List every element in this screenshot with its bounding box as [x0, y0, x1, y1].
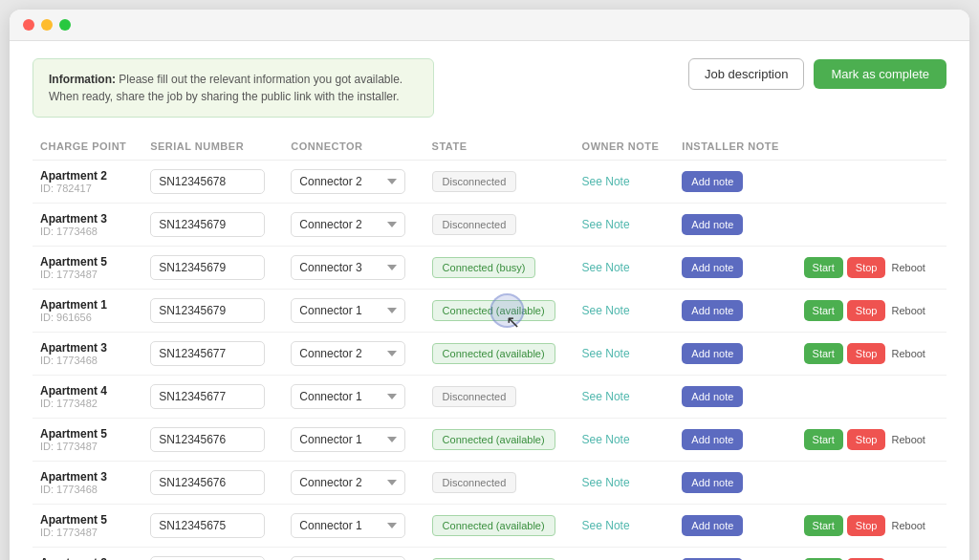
connector-select[interactable]: Connector 2 Connector 1 Connector 2 Conn… [291, 169, 405, 194]
state-badge: Disconnected [432, 171, 517, 192]
charge-point-name: Apartment 3 [40, 212, 135, 226]
start-button[interactable]: Start [804, 257, 843, 278]
charge-point-name: Apartment 1 [40, 298, 135, 312]
stop-button[interactable]: Stop [847, 429, 886, 450]
charge-point-id: ID: 1773468 [40, 484, 135, 495]
charge-point-cell: Apartment 3 ID: 1773468 [33, 462, 142, 505]
state-badge: Connected (available) [432, 429, 555, 450]
add-note-button[interactable]: Add note [682, 386, 743, 407]
add-note-button[interactable]: Add note [682, 472, 743, 493]
add-note-button[interactable]: Add note [682, 257, 743, 278]
installer-note-cell: Add note [674, 290, 795, 333]
serial-number-input[interactable] [150, 212, 265, 237]
state-cell: Disconnected [424, 204, 575, 247]
charge-point-id: ID: 1773482 [40, 398, 135, 409]
installer-note-cell: Add note [674, 161, 795, 204]
serial-number-input[interactable] [150, 556, 265, 560]
installer-note-cell: Add note [674, 462, 795, 505]
state-cell: Connected (available) [424, 505, 575, 548]
actions-cell: Start Stop Reboot [796, 419, 946, 462]
state-cell: Connected (available) [424, 548, 575, 561]
add-note-button[interactable]: Add note [682, 171, 743, 192]
stop-button[interactable]: Stop [847, 257, 886, 278]
actions-cell [796, 161, 946, 204]
main-content: Information: Please fill out the relevan… [10, 41, 969, 560]
reboot-button[interactable]: Reboot [889, 429, 926, 450]
serial-number-cell [142, 376, 283, 419]
reboot-button[interactable]: Reboot [889, 515, 926, 536]
serial-number-input[interactable] [150, 255, 265, 280]
reboot-button[interactable]: Reboot [889, 343, 926, 364]
stop-button[interactable]: Stop [847, 515, 886, 536]
start-button[interactable]: Start [804, 515, 843, 536]
installer-note-cell: Add note [674, 376, 795, 419]
state-badge: Disconnected [432, 386, 517, 407]
installer-note-cell: Add note [674, 548, 795, 561]
connector-select[interactable]: Connector 1 Connector 1 Connector 2 Conn… [291, 556, 405, 560]
owner-note-cell: See Note [575, 161, 675, 204]
start-button[interactable]: Start [804, 300, 843, 321]
serial-number-input[interactable] [150, 384, 265, 409]
start-button[interactable]: Start [804, 429, 843, 450]
connector-cell: Connector 1 Connector 1 Connector 2 Conn… [283, 290, 424, 333]
connector-select[interactable]: Connector 3 Connector 1 Connector 2 Conn… [291, 255, 405, 280]
actions-cell: Start Stop Reboot [796, 290, 946, 333]
connector-select[interactable]: Connector 1 Connector 1 Connector 2 Conn… [291, 384, 405, 409]
connector-select[interactable]: Connector 2 Connector 1 Connector 2 Conn… [291, 341, 405, 366]
maximize-dot[interactable] [59, 19, 71, 31]
see-note-link[interactable]: See Note [582, 519, 630, 532]
add-note-button[interactable]: Add note [682, 343, 743, 364]
see-note-link[interactable]: See Note [582, 390, 630, 403]
connector-select[interactable]: Connector 1 Connector 1 Connector 2 Conn… [291, 427, 405, 452]
charge-point-cell: Apartment 5 ID: 1773487 [33, 505, 142, 548]
serial-number-cell [142, 204, 283, 247]
connector-select[interactable]: Connector 2 Connector 1 Connector 2 Conn… [291, 470, 405, 495]
serial-number-input[interactable] [150, 169, 265, 194]
mark-complete-button[interactable]: Mark as complete [814, 59, 946, 89]
stop-button[interactable]: Stop [847, 343, 886, 364]
serial-number-cell [142, 548, 283, 561]
col-connector: Connector [283, 135, 424, 161]
connector-select[interactable]: Connector 2 Connector 1 Connector 2 Conn… [291, 212, 405, 237]
add-note-button[interactable]: Add note [682, 300, 743, 321]
table-row: Apartment 5 ID: 1773487 Connector 3 Conn… [33, 247, 946, 290]
serial-number-input[interactable] [150, 513, 265, 538]
connector-select[interactable]: Connector 1 Connector 1 Connector 2 Conn… [291, 298, 405, 323]
charge-point-name: Apartment 2 [40, 556, 135, 560]
stop-button[interactable]: Stop [847, 300, 886, 321]
reboot-button[interactable]: Reboot [889, 300, 926, 321]
serial-number-input[interactable] [150, 341, 265, 366]
see-note-link[interactable]: See Note [582, 347, 630, 360]
serial-number-cell [142, 462, 283, 505]
serial-number-input[interactable] [150, 470, 265, 495]
table-row: Apartment 4 ID: 1773482 Connector 1 Conn… [33, 376, 946, 419]
add-note-button[interactable]: Add note [682, 429, 743, 450]
see-note-link[interactable]: See Note [582, 175, 630, 188]
charge-point-cell: Apartment 4 ID: 1773482 [33, 376, 142, 419]
see-note-link[interactable]: See Note [582, 476, 630, 489]
see-note-link[interactable]: See Note [582, 261, 630, 274]
actions-cell: Start Stop Reboot [796, 548, 946, 561]
job-description-button[interactable]: Job description [688, 58, 804, 90]
start-button[interactable]: Start [804, 343, 843, 364]
reboot-button[interactable]: Reboot [889, 257, 926, 278]
table-row: Apartment 5 ID: 1773487 Connector 1 Conn… [33, 505, 946, 548]
table-row: Apartment 3 ID: 1773468 Connector 2 Conn… [33, 333, 946, 376]
serial-number-input[interactable] [150, 427, 265, 452]
see-note-link[interactable]: See Note [582, 433, 630, 446]
connector-cell: Connector 1 Connector 1 Connector 2 Conn… [283, 505, 424, 548]
see-note-link[interactable]: See Note [582, 218, 630, 231]
info-box: Information: Please fill out the relevan… [33, 58, 434, 118]
owner-note-cell: See Note [575, 419, 675, 462]
add-note-button[interactable]: Add note [682, 515, 743, 536]
see-note-link[interactable]: See Note [582, 304, 630, 317]
add-note-button[interactable]: Add note [682, 214, 743, 235]
serial-number-input[interactable] [150, 298, 265, 323]
actions-cell [796, 376, 946, 419]
table-row: Apartment 1 ID: 961656 Connector 1 Conne… [33, 290, 946, 333]
charge-point-cell: Apartment 3 ID: 1773468 [33, 204, 142, 247]
connector-select[interactable]: Connector 1 Connector 1 Connector 2 Conn… [291, 513, 405, 538]
minimize-dot[interactable] [41, 19, 53, 31]
close-dot[interactable] [23, 19, 34, 31]
state-cell: Disconnected [424, 376, 575, 419]
